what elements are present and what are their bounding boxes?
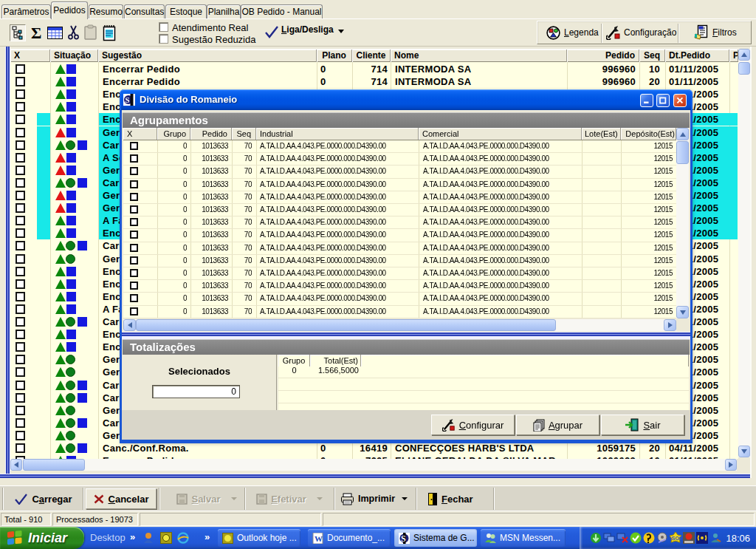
svg-text:SOS: SOS	[672, 536, 682, 541]
svg-text:S: S	[401, 533, 406, 544]
svg-text:S: S	[126, 95, 130, 104]
svg-text:W: W	[315, 534, 323, 543]
